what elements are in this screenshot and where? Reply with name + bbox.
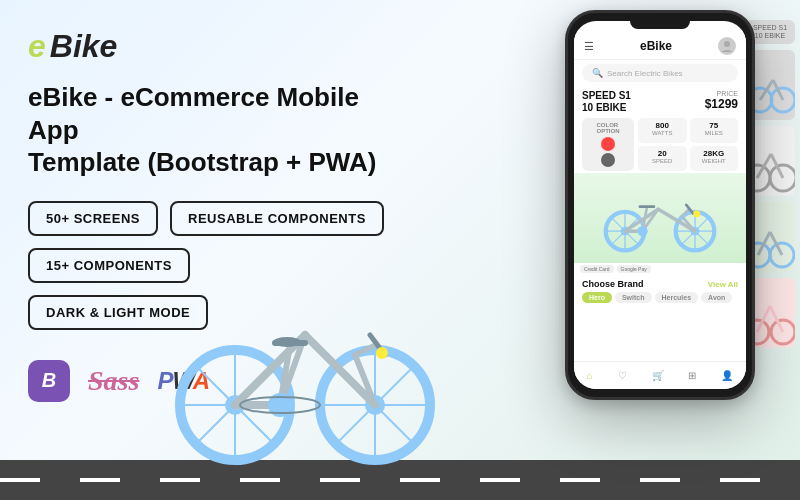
svg-point-71 bbox=[637, 226, 648, 237]
road bbox=[0, 460, 800, 500]
sass-logo: Sass bbox=[88, 365, 139, 397]
price-label: PRICE bbox=[705, 90, 738, 97]
phone-outer: ☰ eBike 🔍 Search Electric Bikes SPEED S1… bbox=[565, 10, 755, 400]
nav-heart-icon[interactable]: ♡ bbox=[618, 370, 627, 381]
brand-hero[interactable]: Hero bbox=[582, 292, 612, 303]
color-option-box: COLOROPTION bbox=[582, 118, 634, 171]
logo-e: e bbox=[28, 28, 46, 65]
spec-miles: 75 MILES bbox=[690, 118, 739, 143]
svg-point-26 bbox=[273, 337, 301, 347]
logo: e Bike bbox=[28, 28, 400, 65]
brand-view-all[interactable]: View All bbox=[708, 280, 738, 289]
badge-screens: 50+ SCREENS bbox=[28, 201, 158, 236]
phone-area: ☰ eBike 🔍 Search Electric Bikes SPEED S1… bbox=[550, 10, 770, 440]
bootstrap-icon: B bbox=[28, 360, 70, 402]
phone-search-bar[interactable]: 🔍 Search Electric Bikes bbox=[582, 64, 738, 82]
spec-speed: 20 SPEED bbox=[638, 146, 687, 171]
phone-notch bbox=[630, 21, 690, 29]
payment-row: Credit Card Google Pay bbox=[574, 263, 746, 275]
specs-grid: 800 WATTS 75 MILES 20 SPEED 28KG WEIGHT bbox=[638, 118, 738, 171]
phone-screen: ☰ eBike 🔍 Search Electric Bikes SPEED S1… bbox=[574, 21, 746, 389]
road-line bbox=[0, 478, 800, 482]
search-placeholder: Search Electric Bikes bbox=[607, 69, 683, 78]
color-dot-red[interactable] bbox=[601, 137, 615, 151]
tagline: eBike - eCommerce Mobile AppTemplate (Bo… bbox=[28, 81, 400, 179]
phone-brand-section: Choose Brand View All Hero Switch Hercul… bbox=[574, 275, 746, 305]
spec-watts: 800 WATTS bbox=[638, 118, 687, 143]
brand-switch[interactable]: Switch bbox=[615, 292, 652, 303]
payment-card: Credit Card bbox=[580, 265, 614, 273]
brand-title: Choose Brand bbox=[582, 279, 644, 289]
logo-bike: Bike bbox=[50, 28, 118, 65]
phone-bottom-nav: ⌂ ♡ 🛒 ⊞ 👤 bbox=[574, 361, 746, 389]
payment-google: Google Pay bbox=[617, 265, 651, 273]
svg-point-25 bbox=[376, 347, 388, 359]
spec-weight: 28KG WEIGHT bbox=[690, 146, 739, 171]
color-option-label: COLOROPTION bbox=[596, 122, 619, 134]
svg-line-15 bbox=[305, 335, 375, 405]
phone-header: ☰ eBike bbox=[574, 29, 746, 60]
nav-cart-icon[interactable]: 🛒 bbox=[652, 370, 664, 381]
product-info-row: SPEED S110 EBIKE PRICE $1299 bbox=[574, 86, 746, 116]
price-value: $1299 bbox=[705, 97, 738, 111]
search-icon: 🔍 bbox=[592, 68, 603, 78]
brand-chips: Hero Switch Hercules Avon bbox=[582, 292, 738, 303]
product-name: SPEED S110 EBIKE bbox=[582, 90, 631, 114]
nav-grid-icon[interactable]: ⊞ bbox=[688, 370, 696, 381]
phone-avatar bbox=[718, 37, 736, 55]
svg-point-72 bbox=[693, 210, 700, 217]
brand-hercules[interactable]: Hercules bbox=[655, 292, 699, 303]
nav-home-icon[interactable]: ⌂ bbox=[586, 370, 592, 381]
big-bike-illustration bbox=[150, 265, 450, 465]
color-dots bbox=[601, 137, 615, 167]
color-specs-row: COLOROPTION 800 WATTS 75 MILES bbox=[574, 116, 746, 173]
phone-title: eBike bbox=[640, 39, 672, 53]
color-dot-dark[interactable] bbox=[601, 153, 615, 167]
badge-reusable: REUSABLE COMPONENTS bbox=[170, 201, 384, 236]
nav-user-icon[interactable]: 👤 bbox=[721, 370, 733, 381]
phone-bike-image bbox=[574, 173, 746, 263]
brand-avon[interactable]: Avon bbox=[701, 292, 732, 303]
svg-point-47 bbox=[724, 41, 730, 47]
brand-header: Choose Brand View All bbox=[582, 279, 738, 289]
badges-row-1: 50+ SCREENS REUSABLE COMPONENTS bbox=[28, 201, 400, 236]
